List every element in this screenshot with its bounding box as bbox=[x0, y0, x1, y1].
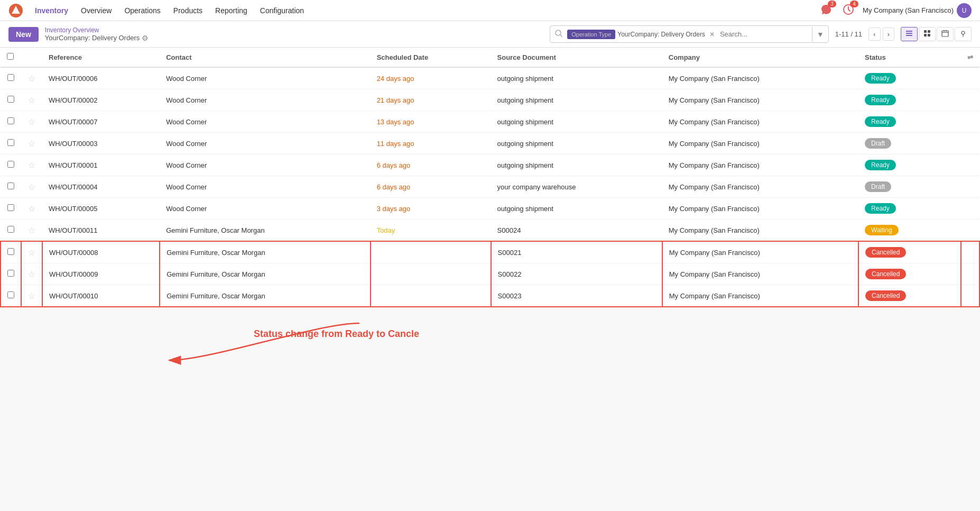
row-checkbox-cell[interactable] bbox=[1, 285, 21, 307]
header-status[interactable]: Status bbox=[858, 48, 961, 67]
row-checkbox[interactable] bbox=[7, 74, 14, 81]
search-dropdown-icon[interactable]: ▼ bbox=[812, 27, 828, 42]
row-checkbox-cell[interactable] bbox=[1, 67, 21, 89]
row-checkbox[interactable] bbox=[7, 117, 14, 124]
nav-operations[interactable]: Operations bbox=[119, 3, 165, 18]
table-row[interactable]: ☆ WH/OUT/00007 Wood Corner 13 days ago o… bbox=[1, 111, 979, 133]
nav-configuration[interactable]: Configuration bbox=[255, 3, 309, 18]
header-contact[interactable]: Contact bbox=[160, 48, 370, 67]
row-checkbox[interactable] bbox=[7, 96, 14, 103]
table-row[interactable]: ☆ WH/OUT/00001 Wood Corner 6 days ago ou… bbox=[1, 154, 979, 176]
row-contact[interactable]: Wood Corner bbox=[160, 176, 370, 198]
nav-reporting[interactable]: Reporting bbox=[210, 3, 253, 18]
header-source-document[interactable]: Source Document bbox=[491, 48, 662, 67]
nav-products[interactable]: Products bbox=[168, 3, 208, 18]
row-contact[interactable]: Gemini Furniture, Oscar Morgan bbox=[160, 263, 370, 285]
row-checkbox[interactable] bbox=[7, 248, 14, 255]
kanban-view-button[interactable] bbox=[919, 27, 936, 41]
filter-close-icon[interactable]: ✕ bbox=[707, 31, 717, 38]
row-checkbox[interactable] bbox=[7, 161, 14, 168]
app-logo[interactable] bbox=[8, 3, 23, 18]
table-row[interactable]: ☆ WH/OUT/00004 Wood Corner 6 days ago yo… bbox=[1, 176, 979, 198]
row-star-cell[interactable]: ☆ bbox=[21, 154, 42, 176]
row-contact[interactable]: Gemini Furniture, Oscar Morgan bbox=[160, 241, 370, 263]
row-contact[interactable]: Wood Corner bbox=[160, 89, 370, 111]
table-row[interactable]: ☆ WH/OUT/00005 Wood Corner 3 days ago ou… bbox=[1, 198, 979, 220]
row-star-cell[interactable]: ☆ bbox=[21, 220, 42, 242]
column-adjust-icon[interactable]: ⇌ bbox=[961, 48, 979, 67]
header-select-all[interactable] bbox=[1, 48, 21, 67]
row-checkbox-cell[interactable] bbox=[1, 241, 21, 263]
row-checkbox-cell[interactable] bbox=[1, 133, 21, 154]
row-checkbox[interactable] bbox=[7, 182, 14, 189]
row-star-cell[interactable]: ☆ bbox=[21, 285, 42, 307]
calendar-view-button[interactable] bbox=[937, 27, 954, 41]
row-star-cell[interactable]: ☆ bbox=[21, 241, 42, 263]
row-reference[interactable]: WH/OUT/00008 bbox=[42, 241, 160, 263]
header-scheduled-date[interactable]: Scheduled Date bbox=[371, 48, 491, 67]
table-row[interactable]: ☆ WH/OUT/00011 Gemini Furniture, Oscar M… bbox=[1, 220, 979, 242]
row-star-cell[interactable]: ☆ bbox=[21, 67, 42, 89]
nav-inventory[interactable]: Inventory bbox=[30, 3, 73, 18]
row-contact[interactable]: Wood Corner bbox=[160, 198, 370, 220]
table-row[interactable]: ☆ WH/OUT/00010 Gemini Furniture, Oscar M… bbox=[1, 285, 979, 307]
row-checkbox[interactable] bbox=[7, 270, 14, 277]
table-row[interactable]: ☆ WH/OUT/00002 Wood Corner 21 days ago o… bbox=[1, 89, 979, 111]
activities-button[interactable]: 4 bbox=[840, 2, 856, 19]
row-star-cell[interactable]: ☆ bbox=[21, 89, 42, 111]
nav-overview[interactable]: Overview bbox=[76, 3, 117, 18]
row-checkbox-cell[interactable] bbox=[1, 263, 21, 285]
row-reference[interactable]: WH/OUT/00005 bbox=[42, 198, 160, 220]
settings-icon[interactable]: ⚙ bbox=[142, 34, 149, 42]
row-checkbox[interactable] bbox=[7, 291, 14, 298]
list-view-button[interactable] bbox=[901, 27, 918, 41]
row-reference[interactable]: WH/OUT/00011 bbox=[42, 220, 160, 242]
map-view-button[interactable] bbox=[955, 27, 972, 41]
row-star-cell[interactable]: ☆ bbox=[21, 198, 42, 220]
row-checkbox-cell[interactable] bbox=[1, 220, 21, 242]
row-reference[interactable]: WH/OUT/00002 bbox=[42, 89, 160, 111]
table-row[interactable]: ☆ WH/OUT/00003 Wood Corner 11 days ago o… bbox=[1, 133, 979, 154]
row-reference[interactable]: WH/OUT/00010 bbox=[42, 285, 160, 307]
row-reference[interactable]: WH/OUT/00009 bbox=[42, 263, 160, 285]
row-star-cell[interactable]: ☆ bbox=[21, 133, 42, 154]
row-reference[interactable]: WH/OUT/00003 bbox=[42, 133, 160, 154]
row-reference[interactable]: WH/OUT/00007 bbox=[42, 111, 160, 133]
row-contact[interactable]: Wood Corner bbox=[160, 154, 370, 176]
header-reference[interactable]: Reference bbox=[42, 48, 160, 67]
header-company[interactable]: Company bbox=[662, 48, 858, 67]
row-contact[interactable]: Gemini Furniture, Oscar Morgan bbox=[160, 285, 370, 307]
row-checkbox-cell[interactable] bbox=[1, 89, 21, 111]
row-contact[interactable]: Wood Corner bbox=[160, 133, 370, 154]
page-next-button[interactable]: › bbox=[883, 28, 894, 41]
row-reference[interactable]: WH/OUT/00006 bbox=[42, 67, 160, 89]
row-checkbox-cell[interactable] bbox=[1, 111, 21, 133]
page-prev-button[interactable]: ‹ bbox=[868, 28, 880, 41]
company-name-display[interactable]: My Company (San Francisco) U bbox=[863, 3, 972, 18]
row-star-cell[interactable]: ☆ bbox=[21, 176, 42, 198]
table-row[interactable]: ☆ WH/OUT/00009 Gemini Furniture, Oscar M… bbox=[1, 263, 979, 285]
row-contact[interactable]: Wood Corner bbox=[160, 67, 370, 89]
row-star-cell[interactable]: ☆ bbox=[21, 111, 42, 133]
row-contact[interactable]: Wood Corner bbox=[160, 111, 370, 133]
select-all-checkbox[interactable] bbox=[7, 53, 14, 60]
row-checkbox[interactable] bbox=[7, 226, 14, 233]
pagination-info: 1-11 / 11 bbox=[835, 30, 862, 38]
row-star-cell[interactable]: ☆ bbox=[21, 263, 42, 285]
messages-button[interactable]: 3 bbox=[818, 2, 834, 19]
breadcrumb-top[interactable]: Inventory Overview bbox=[45, 26, 149, 34]
row-checkbox[interactable] bbox=[7, 204, 14, 211]
row-checkbox-cell[interactable] bbox=[1, 176, 21, 198]
row-reference[interactable]: WH/OUT/00004 bbox=[42, 176, 160, 198]
filter-tag[interactable]: Operation Type bbox=[567, 30, 615, 39]
search-input[interactable] bbox=[717, 28, 812, 40]
row-checkbox-cell[interactable] bbox=[1, 154, 21, 176]
row-checkbox[interactable] bbox=[7, 139, 14, 146]
new-button[interactable]: New bbox=[8, 27, 39, 42]
row-reference[interactable]: WH/OUT/00001 bbox=[42, 154, 160, 176]
table-row[interactable]: ☆ WH/OUT/00008 Gemini Furniture, Oscar M… bbox=[1, 241, 979, 263]
table-row[interactable]: ☆ WH/OUT/00006 Wood Corner 24 days ago o… bbox=[1, 67, 979, 89]
user-avatar[interactable]: U bbox=[957, 3, 972, 18]
row-contact[interactable]: Gemini Furniture, Oscar Morgan bbox=[160, 220, 370, 242]
row-checkbox-cell[interactable] bbox=[1, 198, 21, 220]
